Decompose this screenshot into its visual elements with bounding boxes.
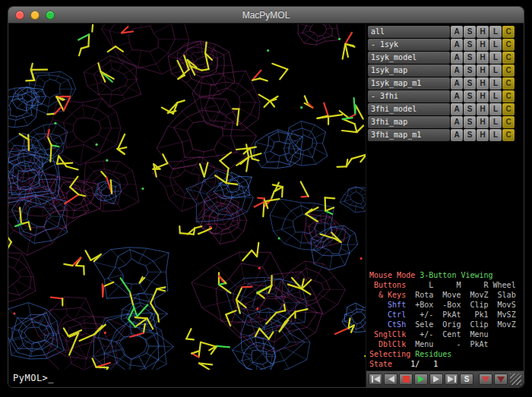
- obj-action-a-button[interactable]: A: [451, 65, 463, 77]
- obj-action-s-button[interactable]: S: [464, 116, 476, 128]
- sequence-button[interactable]: S: [460, 373, 473, 385]
- obj-action-a-button[interactable]: A: [451, 129, 463, 141]
- object-row-3fhi-map: 3fhi_mapASHLC: [368, 116, 515, 128]
- playback-bar: S: [366, 370, 524, 387]
- obj-action-h-button[interactable]: H: [477, 39, 489, 51]
- obj-action-s-button[interactable]: S: [464, 90, 476, 102]
- obj-action-l-button[interactable]: L: [489, 65, 502, 77]
- object-name[interactable]: 1syk_model: [368, 52, 450, 64]
- stop-button[interactable]: [399, 373, 413, 385]
- obj-action-c-button[interactable]: C: [502, 103, 515, 115]
- obj-action-s-button[interactable]: S: [464, 103, 476, 115]
- obj-action-h-button[interactable]: H: [477, 77, 489, 90]
- zoom-button[interactable]: [46, 11, 55, 20]
- obj-action-c-button[interactable]: C: [502, 52, 515, 64]
- mouse-line-segment: Shft: [369, 301, 406, 309]
- step-back-icon: [388, 376, 394, 383]
- object-name[interactable]: 3fhi_model: [368, 103, 450, 115]
- obj-action-l-button[interactable]: L: [489, 77, 502, 90]
- object-name[interactable]: 3fhi_map_m1: [368, 129, 450, 141]
- mouse-line-segment: 1/ 1: [392, 360, 438, 368]
- skip-start-button[interactable]: [369, 373, 382, 385]
- skip-end-button[interactable]: [445, 373, 458, 385]
- obj-action-a-button[interactable]: A: [451, 39, 463, 51]
- object-list: allASHLC- 1sykASHLC1syk_modelASHLC1syk_m…: [368, 26, 515, 142]
- obj-action-a-button[interactable]: A: [451, 52, 463, 64]
- obj-action-c-button[interactable]: C: [502, 90, 515, 102]
- obj-action-c-button[interactable]: C: [502, 129, 515, 141]
- object-name[interactable]: all: [368, 26, 450, 38]
- obj-action-l-button[interactable]: L: [489, 26, 502, 38]
- obj-action-a-button[interactable]: A: [451, 77, 463, 90]
- mouse-line-selecting[interactable]: Selecting Residues: [369, 349, 523, 359]
- command-line-input[interactable]: PyMOL>_: [8, 370, 366, 387]
- window-title: MacPyMOL: [242, 10, 290, 20]
- obj-action-c-button[interactable]: C: [502, 116, 515, 128]
- mouse-line-segment: Ctrl: [369, 310, 406, 319]
- close-button[interactable]: [15, 11, 24, 20]
- obj-action-l-button[interactable]: L: [489, 39, 502, 51]
- obj-action-l-button[interactable]: L: [489, 129, 502, 141]
- object-row-3fhi-map-m1: 3fhi_map_m1ASHLC: [368, 129, 515, 141]
- step-back-button[interactable]: [384, 373, 397, 385]
- mouse-line-mouse-mode[interactable]: Mouse Mode 3-Button Viewing: [369, 270, 523, 280]
- step-forward-button[interactable]: [429, 373, 443, 385]
- object-name[interactable]: 1syk_map_m1: [368, 77, 450, 90]
- obj-action-l-button[interactable]: L: [489, 90, 502, 102]
- obj-action-s-button[interactable]: S: [464, 39, 476, 51]
- object-name[interactable]: 3fhi_map: [368, 116, 450, 128]
- mouse-line-dblclk: DblClk Menu - PkAt: [369, 339, 523, 349]
- obj-action-c-button[interactable]: C: [502, 77, 515, 90]
- obj-action-h-button[interactable]: H: [477, 52, 489, 64]
- object-name[interactable]: - 1syk: [368, 39, 450, 51]
- object-row-1syk-map: 1syk_mapASHLC: [368, 65, 515, 77]
- obj-action-s-button[interactable]: S: [464, 65, 476, 77]
- skip-end-icon: [448, 376, 456, 383]
- mouse-line-keys: & Keys Rota Move MovZ Slab: [369, 290, 523, 300]
- mouse-line-segment: +/- Cent Menu: [406, 330, 488, 339]
- obj-action-h-button[interactable]: H: [477, 26, 489, 38]
- minimize-button[interactable]: [30, 11, 40, 20]
- skip-start-icon: [372, 376, 380, 383]
- object-name[interactable]: - 3fhi: [368, 90, 450, 102]
- play-icon: [418, 376, 425, 383]
- obj-action-l-button[interactable]: L: [489, 103, 502, 115]
- obj-action-l-button[interactable]: L: [489, 116, 502, 128]
- obj-action-h-button[interactable]: H: [477, 65, 489, 77]
- obj-action-c-button[interactable]: C: [502, 39, 515, 51]
- mouse-line-segment: +/- PkAt Pk1 MvSZ: [406, 310, 516, 319]
- obj-action-a-button[interactable]: A: [451, 103, 463, 115]
- obj-action-c-button[interactable]: C: [502, 65, 515, 77]
- play-button[interactable]: [414, 373, 428, 385]
- fullscreen-icon: [497, 377, 505, 383]
- obj-action-h-button[interactable]: H: [477, 90, 489, 102]
- obj-action-a-button[interactable]: A: [451, 90, 463, 102]
- obj-action-s-button[interactable]: S: [464, 26, 476, 38]
- obj-action-a-button[interactable]: A: [451, 26, 463, 38]
- mouse-line-ctrl: Ctrl +/- PkAt Pk1 MvSZ: [369, 310, 523, 320]
- molecular-viewport[interactable]: [8, 24, 366, 370]
- window-content: PyMOL>_ allASHLC- 1sykASHLC1syk_modelASH…: [8, 24, 524, 387]
- fullscreen-button[interactable]: [494, 373, 508, 385]
- object-row-1syk: - 1sykASHLC: [368, 39, 515, 51]
- mouse-line-segment: State: [369, 360, 392, 368]
- mouse-line-segment: Mouse Mode: [369, 271, 415, 279]
- obj-action-h-button[interactable]: H: [477, 116, 489, 128]
- rock-button[interactable]: [479, 373, 492, 385]
- obj-action-s-button[interactable]: S: [464, 77, 476, 90]
- mouse-line-shft: Shft +Box -Box Clip MovS: [369, 300, 523, 310]
- object-row-1syk-model: 1syk_modelASHLC: [368, 52, 515, 64]
- obj-action-h-button[interactable]: H: [477, 129, 489, 141]
- obj-action-s-button[interactable]: S: [464, 129, 476, 141]
- obj-action-h-button[interactable]: H: [477, 103, 489, 115]
- titlebar[interactable]: MacPyMOL: [8, 7, 524, 24]
- resize-grip[interactable]: [510, 373, 521, 385]
- obj-action-c-button[interactable]: C: [502, 26, 515, 38]
- mouse-line-segment: Sele Orig Clip MovZ: [406, 320, 516, 329]
- obj-action-s-button[interactable]: S: [464, 52, 476, 64]
- mouse-line-state[interactable]: State 1/ 1: [369, 359, 523, 369]
- obj-action-l-button[interactable]: L: [489, 52, 502, 64]
- stop-icon: [403, 376, 410, 383]
- obj-action-a-button[interactable]: A: [451, 116, 463, 128]
- object-name[interactable]: 1syk_map: [368, 65, 450, 77]
